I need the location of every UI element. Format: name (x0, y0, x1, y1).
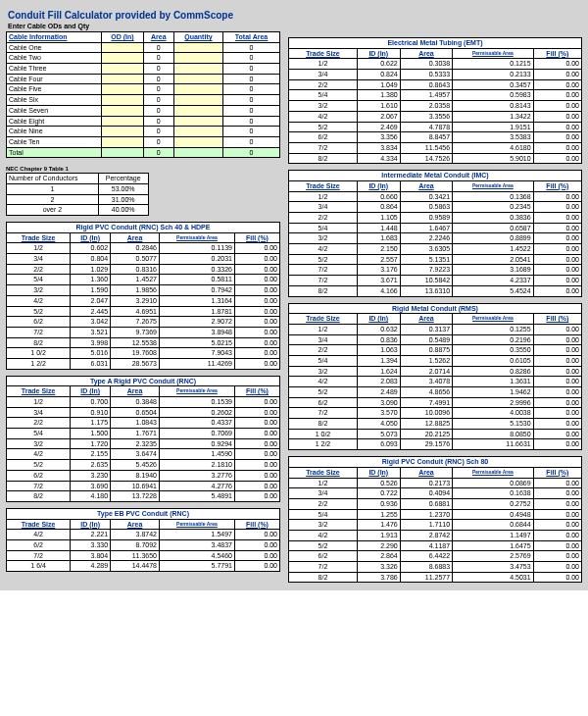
conduit-table: Rigid Metal Conduit (RMS)Trade SizeID (I… (288, 303, 582, 451)
table-row: 7/23.80411.36504.54600.00 (7, 550, 280, 561)
conduit-table: Electrical Metal Tubing (EMT)Trade SizeI… (288, 37, 582, 164)
table-row: 7/23.57010.00964.00380.00 (289, 408, 582, 419)
table-row: 1 2/26.03128.567311.42690.00 (7, 358, 280, 369)
col-header: Permissable Area (453, 48, 534, 59)
table-row: 3/21.5901.98560.79420.00 (7, 285, 280, 296)
table-row: 8/24.33414.75265.90100.00 (289, 153, 582, 164)
col-header: Fill (%) (533, 48, 581, 59)
table-row: 5/41.5001.76710.70690.00 (7, 429, 280, 439)
col-header: Area (400, 467, 452, 478)
table-row: 4/22.1553.64741.45900.00 (7, 449, 280, 460)
table-row: 1/20.6020.28460.11390.00 (7, 243, 280, 254)
table-row: 5/41.4481.64670.65870.00 (289, 223, 582, 233)
table-row: 5/41.3941.52620.61050.00 (289, 355, 582, 366)
cable-row: Cable Ten00 (7, 136, 280, 147)
qty-input[interactable] (173, 74, 222, 84)
col-header: Area (111, 386, 160, 397)
table-row: 3/40.7220.40940.16380.00 (289, 488, 582, 499)
col-header: Trade Size (7, 519, 71, 530)
qty-input[interactable] (173, 64, 222, 75)
table-row: 2/21.0630.88750.35500.00 (289, 345, 582, 356)
conduit-table: Intermediate Metal Conduit (IMC)Trade Si… (288, 170, 582, 296)
qty-input[interactable] (173, 127, 222, 137)
od-input[interactable] (102, 42, 144, 53)
table-row: 3/40.9100.65040.26020.00 (7, 407, 280, 418)
table-title: Rigid PVC Conduit (RNC) Sch 80 (289, 457, 582, 468)
table-row: 8/24.18013.72285.48910.00 (7, 491, 280, 502)
table-title: Type EB PVC Conduit (RNC) (7, 508, 280, 519)
cable-row: Cable Three00 (7, 64, 280, 75)
qty-input[interactable] (173, 116, 222, 127)
od-input[interactable] (102, 74, 144, 84)
table-row: 3/40.8240.53330.21330.00 (289, 70, 582, 80)
table-row: 1 0/25.01619.76087.90430.00 (7, 348, 280, 359)
col-header: ID (In) (357, 314, 400, 325)
col-header: Permissable Area (453, 467, 534, 478)
qty-input[interactable] (173, 53, 222, 64)
cable-row: Cable Two00 (7, 53, 280, 64)
conduit-table: Rigid PVC Conduit (RNC) Sch 40 & HDPETra… (6, 222, 280, 370)
qty-input[interactable] (173, 105, 222, 116)
table-row: 4/22.1503.63051.45220.00 (289, 244, 582, 255)
table-row: 2/21.0290.83160.33260.00 (7, 264, 280, 275)
od-input[interactable] (102, 116, 144, 127)
cable-col-4: Total Area (223, 32, 280, 43)
table-row: 1/20.5260.21730.08690.00 (289, 478, 582, 488)
col-header: Permissable Area (159, 386, 234, 397)
table-row: 8/23.99812.55385.02150.00 (7, 337, 280, 348)
cable-row: Cable One00 (7, 42, 280, 53)
col-header: Permissable Area (453, 314, 534, 325)
col-header: Trade Size (289, 314, 358, 325)
cable-row: Cable Seven00 (7, 105, 280, 116)
od-input[interactable] (102, 84, 144, 95)
od-input[interactable] (102, 136, 144, 147)
col-header: Trade Size (289, 467, 358, 478)
od-input[interactable] (102, 64, 144, 75)
od-input[interactable] (102, 127, 144, 137)
qty-input[interactable] (173, 42, 222, 53)
table-title: Electrical Metal Tubing (EMT) (289, 38, 582, 49)
table-row: 6/23.0427.26752.90720.00 (7, 317, 280, 328)
table-row: 7/23.3268.68833.47530.00 (289, 562, 582, 573)
table-row: 4/21.9132.87421.14970.00 (289, 530, 582, 540)
conduit-table: Type A Rigid PVC Conduit (RNC)Trade Size… (6, 376, 280, 502)
table-row: 4/22.0673.35561.34220.00 (289, 111, 582, 122)
col-header: Fill (%) (234, 386, 279, 397)
col-header: Trade Size (7, 386, 71, 397)
col-header: Fill (%) (533, 314, 581, 325)
od-input[interactable] (102, 95, 144, 106)
page-title: Conduit Fill Calculator provided by Comm… (6, 8, 582, 23)
od-input[interactable] (102, 53, 144, 64)
qty-input[interactable] (173, 95, 222, 106)
enter-label: Enter Cable ODs and Qty (6, 23, 582, 31)
table-row: 7/23.69010.69414.27760.00 (7, 481, 280, 491)
table-row: 2/21.1050.95890.38360.00 (289, 213, 582, 224)
cable-row: Cable Nine00 (7, 127, 280, 137)
cable-col-2: Area (143, 32, 173, 43)
col-header: Trade Size (289, 180, 358, 191)
table-row: 6/23.2308.19403.27760.00 (7, 470, 280, 481)
table-row: 3/21.4761.71100.68440.00 (289, 520, 582, 531)
col-header: Fill (%) (533, 180, 581, 191)
table-row: 3/21.6102.03580.81430.00 (289, 101, 582, 112)
table-row: 4/22.0833.40781.36310.00 (289, 377, 582, 387)
table-row: 5/41.3801.49570.59830.00 (289, 90, 582, 101)
table-row: 2/21.0490.86430.34570.00 (289, 79, 582, 90)
qty-input[interactable] (173, 136, 222, 147)
col-header: Area (400, 180, 452, 191)
cable-col-0: Cable Information (7, 32, 102, 43)
table-row: 6/23.0907.49912.99960.00 (289, 397, 582, 408)
cable-row: Cable Four00 (7, 74, 280, 84)
od-input[interactable] (102, 105, 144, 116)
col-header: ID (In) (71, 519, 111, 530)
table-row: 1/20.6600.34210.13680.00 (289, 191, 582, 202)
table-row: 7/23.67110.58424.23370.00 (289, 276, 582, 286)
col-header: ID (In) (357, 180, 400, 191)
col-header: ID (In) (357, 467, 400, 478)
table-row: 5/22.5575.13512.05410.00 (289, 254, 582, 265)
table-row: 6/23.3568.84573.53830.00 (289, 132, 582, 143)
table-row: 1 0/25.07320.21258.08500.00 (289, 429, 582, 439)
table-row: 4/22.2213.87421.54970.00 (7, 530, 280, 540)
qty-input[interactable] (173, 84, 222, 95)
table-row: 3/40.8360.54890.21960.00 (289, 334, 582, 345)
